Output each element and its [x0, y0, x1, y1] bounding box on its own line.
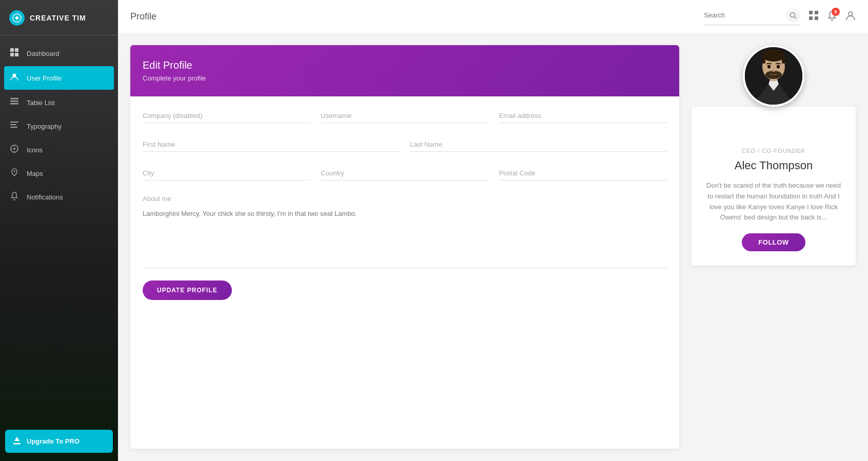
content-area: Edit Profile Complete your profile: [118, 33, 868, 461]
avatar: [743, 45, 804, 107]
notifications-icon: [9, 191, 19, 203]
svg-rect-8: [10, 103, 18, 105]
sidebar-item-maps[interactable]: Maps: [0, 162, 118, 185]
svg-rect-1: [10, 48, 14, 52]
svg-rect-10: [10, 124, 16, 125]
form-row-1: [143, 109, 667, 123]
svg-point-39: [777, 65, 780, 69]
svg-rect-2: [15, 48, 18, 52]
svg-point-26: [849, 12, 853, 16]
user-profile-icon: [9, 72, 19, 84]
svg-rect-25: [815, 16, 818, 20]
about-me-textarea[interactable]: [143, 207, 667, 268]
country-input[interactable]: [321, 166, 488, 181]
svg-line-21: [795, 16, 797, 18]
sidebar: CREATIVE TIM Dashboard: [0, 0, 118, 461]
svg-rect-36: [782, 54, 785, 64]
sidebar-item-label: Table List: [27, 99, 55, 107]
search-input[interactable]: [704, 11, 786, 19]
email-field: [499, 109, 667, 123]
follow-button[interactable]: FOLLOW: [742, 233, 805, 251]
upgrade-button[interactable]: Upgrade To PRO: [5, 430, 113, 453]
panel-title: Edit Profile: [143, 59, 667, 71]
city-input[interactable]: [143, 166, 310, 181]
panel-body: About me UPDATE PROFILE: [130, 96, 679, 312]
svg-rect-6: [10, 98, 18, 99]
username-field: [321, 109, 488, 123]
svg-point-18: [14, 171, 15, 172]
email-input[interactable]: [499, 109, 667, 123]
apps-button[interactable]: [808, 10, 819, 23]
notification-badge: 5: [832, 8, 840, 16]
svg-rect-9: [10, 122, 18, 123]
search-button[interactable]: [786, 8, 800, 23]
svg-point-34: [762, 49, 785, 62]
sidebar-item-label: User Profile: [27, 74, 62, 82]
svg-point-13: [13, 148, 15, 150]
upgrade-icon: [12, 436, 22, 447]
company-input: [143, 109, 310, 123]
svg-rect-4: [15, 53, 18, 56]
company-field: [143, 109, 310, 123]
sidebar-item-dashboard[interactable]: Dashboard: [0, 42, 118, 65]
brand: CREATIVE TIM: [0, 0, 118, 35]
dashboard-icon: [9, 48, 19, 59]
sidebar-item-user-profile[interactable]: User Profile: [4, 66, 114, 90]
header: Profile: [118, 0, 868, 33]
panel-subtitle: Complete your profile: [143, 74, 667, 82]
country-field: [321, 166, 488, 181]
table-list-icon: [9, 97, 19, 108]
last-name-input[interactable]: [410, 137, 667, 152]
postal-code-input[interactable]: [499, 166, 667, 181]
svg-rect-35: [762, 54, 765, 64]
avatar-container: [743, 45, 804, 107]
sidebar-item-notifications[interactable]: Notifications: [0, 185, 118, 209]
svg-rect-3: [10, 53, 14, 56]
user-menu-button[interactable]: [845, 10, 856, 23]
card-role: CEO / CO-FOUNDER: [704, 148, 843, 154]
sidebar-item-label: Maps: [27, 170, 43, 177]
sidebar-item-label: Notifications: [27, 193, 63, 201]
brand-name: CREATIVE TIM: [30, 14, 86, 22]
svg-rect-22: [809, 11, 813, 14]
upgrade-label: Upgrade To PRO: [27, 437, 80, 445]
card-name: Alec Thompson: [704, 159, 843, 172]
profile-card-white: CEO / CO-FOUNDER Alec Thompson Don't be …: [692, 107, 856, 266]
update-profile-button[interactable]: UPDATE PROFILE: [143, 280, 232, 300]
sidebar-item-label: Icons: [27, 146, 43, 154]
page-title: Profile: [130, 11, 156, 22]
city-field: [143, 166, 310, 181]
svg-rect-23: [815, 11, 818, 14]
svg-point-38: [767, 65, 771, 69]
notifications-button[interactable]: 5: [827, 10, 837, 23]
svg-rect-11: [10, 127, 17, 128]
first-name-field: [143, 137, 400, 152]
search-box: [704, 8, 800, 25]
sidebar-item-typography[interactable]: Typography: [0, 114, 118, 138]
svg-rect-24: [809, 16, 813, 20]
svg-rect-19: [13, 443, 21, 445]
form-row-3: [143, 166, 667, 181]
sidebar-item-label: Dashboard: [27, 50, 60, 57]
svg-point-20: [791, 12, 795, 17]
sidebar-item-icons[interactable]: Icons: [0, 138, 118, 162]
typography-icon: [9, 121, 19, 132]
username-input[interactable]: [321, 109, 488, 123]
card-bio: Don't be scared of the truth because we …: [704, 181, 843, 223]
sidebar-nav: Dashboard User Profile: [0, 35, 118, 422]
card-container: CEO / CO-FOUNDER Alec Thompson Don't be …: [692, 45, 856, 266]
sidebar-item-label: Typography: [27, 123, 62, 130]
last-name-field: [410, 137, 667, 152]
sidebar-item-table-list[interactable]: Table List: [0, 91, 118, 114]
panel-header: Edit Profile Complete your profile: [130, 45, 679, 96]
profile-card: CEO / CO-FOUNDER Alec Thompson Don't be …: [692, 45, 856, 449]
edit-profile-panel: Edit Profile Complete your profile: [130, 45, 679, 449]
postal-code-field: [499, 166, 667, 181]
header-actions: 5: [704, 8, 856, 25]
brand-icon: [9, 10, 25, 26]
about-me-field: About me: [143, 195, 667, 270]
first-name-input[interactable]: [143, 137, 400, 152]
maps-icon: [9, 168, 19, 179]
svg-point-40: [772, 70, 775, 72]
about-me-label: About me: [143, 195, 667, 203]
